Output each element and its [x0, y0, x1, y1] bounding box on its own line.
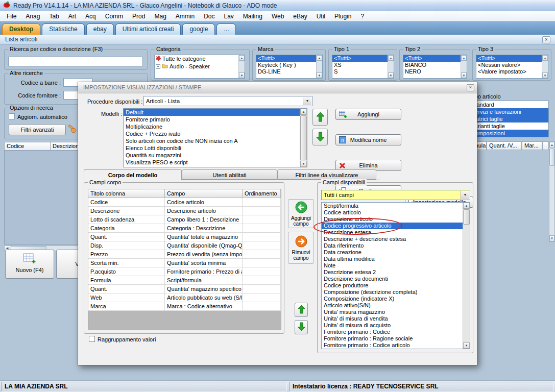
cell-ordinamento[interactable]: [243, 259, 281, 267]
field-move-up-button[interactable]: [295, 303, 308, 317]
list-item[interactable]: Unita' di misura di acquisto: [322, 322, 470, 329]
menu-item-web[interactable]: Web: [267, 11, 288, 21]
field-move-down-button[interactable]: [295, 320, 308, 334]
cell-ordinamento[interactable]: [243, 293, 281, 302]
cell-campo[interactable]: Codice articolo: [165, 198, 243, 207]
list-item[interactable]: Elenco Lotti disponibili: [124, 144, 307, 152]
group-values-checkbox[interactable]: [89, 336, 95, 342]
scroll-down-icon[interactable]: ▼: [317, 72, 322, 78]
category-item-all[interactable]: Tutte le categorie: [155, 55, 245, 63]
model-move-down-button[interactable]: [312, 129, 328, 145]
tab-more[interactable]: ...: [216, 23, 236, 35]
list-item[interactable]: NERO: [403, 68, 467, 75]
cell-titolo[interactable]: Categoria: [88, 224, 165, 233]
cell-titolo[interactable]: Codice: [88, 198, 165, 207]
list-item[interactable]: DG-LINE: [256, 68, 322, 75]
search-input[interactable]: [8, 57, 143, 66]
list-item[interactable]: <Tutti>: [476, 55, 548, 62]
tab-ebay[interactable]: ebay: [86, 23, 114, 35]
cell-campo[interactable]: Categoria : Descrizione: [165, 224, 243, 233]
column-header-codice[interactable]: Codice: [4, 142, 51, 151]
cell-campo[interactable]: Marca : Codice alternativo: [165, 302, 243, 311]
list-item[interactable]: Note: [322, 262, 470, 269]
list-item[interactable]: <Tutti>: [403, 55, 467, 62]
scroll-down-icon[interactable]: ▼: [300, 161, 307, 167]
scroll-down-icon[interactable]: ▼: [461, 72, 467, 78]
new-article-button[interactable]: Nuovo (F4): [5, 250, 54, 279]
menu-item-prod[interactable]: Prod: [128, 11, 150, 21]
list-item[interactable]: Standard: [469, 101, 548, 108]
list-item[interactable]: Descrizione estesa 2: [322, 269, 470, 276]
cell-ordinamento[interactable]: [243, 224, 281, 233]
list-item[interactable]: <Tutti>: [256, 55, 322, 62]
scroll-down-icon[interactable]: ▼: [463, 342, 470, 349]
list-item[interactable]: Descrizione su documenti: [322, 276, 470, 282]
scroll-up-icon[interactable]: ▲: [463, 203, 470, 209]
list-item[interactable]: Keyteck ( Key ): [256, 62, 322, 68]
list-item[interactable]: Fornitore primario: [124, 116, 307, 123]
cell-titolo[interactable]: Lotto di scadenza: [88, 215, 165, 224]
list-item[interactable]: Visualizza PESO e script: [124, 159, 307, 166]
scroll-up-icon[interactable]: ▲: [300, 109, 307, 115]
tab-filtri-linee[interactable]: Filtri linee da visualizzare: [277, 169, 376, 180]
cell-titolo[interactable]: Scorta min.: [88, 259, 165, 267]
menu-item-mag[interactable]: Mag: [150, 11, 171, 21]
scroll-up-icon[interactable]: ▲: [317, 55, 322, 61]
list-item[interactable]: Descrizione estesa: [322, 229, 470, 236]
list-item[interactable]: Default: [124, 109, 300, 116]
list-item[interactable]: Moltiplicazione: [124, 123, 307, 130]
cell-campo[interactable]: Prezzo di vendita (senza imposte): [165, 250, 243, 259]
models-scrollbar[interactable]: ▲ ▼: [300, 109, 307, 167]
list-item[interactable]: Codice + Prezzo ivato: [124, 130, 307, 137]
cell-titolo[interactable]: Prezzo: [88, 250, 165, 259]
cell-campo[interactable]: Articolo pubblicato su web (S/N): [165, 293, 243, 302]
menu-item-acq[interactable]: Acq: [81, 11, 101, 21]
dialog-close-button[interactable]: ×: [467, 84, 474, 91]
cell-campo[interactable]: Quantita' scorta minima: [165, 259, 243, 267]
cell-ordinamento[interactable]: [243, 285, 281, 293]
menu-item-doc[interactable]: Doc: [199, 11, 219, 21]
list-item[interactable]: Codice produttore: [322, 282, 470, 289]
cell-campo[interactable]: Quantita' totale a magazzino: [165, 233, 243, 241]
tab-desktop[interactable]: Desktop: [2, 23, 40, 35]
brand-scrollbar[interactable]: ▲ ▼: [316, 55, 322, 78]
menu-item-mailing[interactable]: Mailing: [238, 11, 267, 21]
list-item[interactable]: Unita' di misura di vendita: [322, 315, 470, 322]
cell-campo[interactable]: Descrizione articolo: [165, 207, 243, 215]
grid-header-campo[interactable]: Campo: [165, 189, 243, 198]
scrollbar-thumb[interactable]: [549, 149, 554, 166]
cell-campo[interactable]: Script/formula: [165, 276, 243, 285]
tab-google[interactable]: google: [182, 23, 215, 35]
rename-model-button[interactable]: n Modifica nome: [335, 134, 401, 145]
list-item[interactable]: Descrizione + descrizione estesa: [322, 236, 470, 242]
list-item[interactable]: <Valore impostato>: [476, 68, 548, 75]
menu-item-tab[interactable]: Tab: [44, 11, 63, 21]
list-item[interactable]: <Nessun valore>: [476, 62, 548, 68]
cell-ordinamento[interactable]: [243, 241, 281, 250]
type2-scrollbar[interactable]: ▲ ▼: [461, 55, 467, 78]
list-item-selected[interactable]: Codice progressivo articolo: [322, 223, 463, 229]
scroll-down-icon[interactable]: ▼: [542, 72, 548, 78]
list-item[interactable]: Fornitore primario : Codice articolo: [322, 342, 470, 349]
list-item[interactable]: Data ultima modifica: [322, 256, 470, 262]
cell-ordinamento[interactable]: [243, 215, 281, 224]
list-item[interactable]: Data creazione: [322, 249, 470, 256]
scroll-up-icon[interactable]: ▲: [239, 55, 245, 61]
cell-campo[interactable]: Campo libero 1 : Descrizione: [165, 215, 243, 224]
grid-header-ordinamento[interactable]: Ordinamento: [243, 189, 281, 198]
chevron-down-icon[interactable]: ▼: [303, 97, 311, 105]
menu-item-util[interactable]: Util: [312, 11, 330, 21]
tab-utenti-abilitati[interactable]: Utenti abilitati: [182, 169, 277, 180]
menu-item-help[interactable]: ?: [356, 11, 369, 21]
list-item[interactable]: Unita' misura magazzino: [322, 309, 470, 315]
list-item[interactable]: Descrizione articolo: [322, 216, 470, 223]
scrollbar-thumb[interactable]: [300, 115, 307, 160]
list-item[interactable]: Codice articolo: [322, 209, 470, 216]
cell-titolo[interactable]: Descrizione: [88, 207, 165, 215]
scroll-up-icon[interactable]: ▲: [461, 55, 467, 61]
available-fields-scrollbar[interactable]: ▲ ▼: [463, 203, 470, 349]
category-item-audio[interactable]: + Audio - Speaker: [155, 63, 245, 70]
list-item[interactable]: BIANCO: [403, 62, 467, 68]
scroll-down-icon[interactable]: ▼: [388, 72, 394, 78]
grid-header-titolo[interactable]: Titolo colonna: [88, 189, 165, 198]
